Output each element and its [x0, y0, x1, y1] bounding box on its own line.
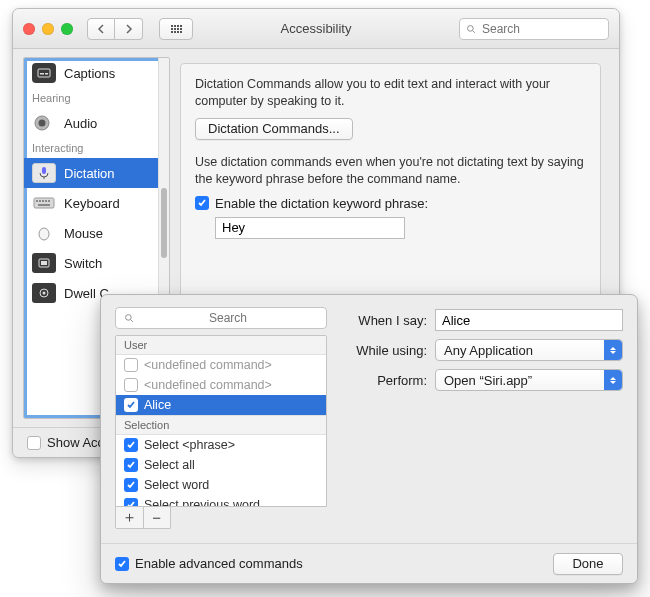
keyboard-icon — [32, 193, 56, 213]
add-remove-buttons: ＋ − — [115, 507, 171, 529]
dwell-icon — [32, 283, 56, 303]
close-icon[interactable] — [23, 23, 35, 35]
list-item[interactable]: <undefined command> — [116, 355, 326, 375]
zoom-icon[interactable] — [61, 23, 73, 35]
when-i-say-input[interactable] — [435, 309, 623, 331]
svg-rect-4 — [45, 73, 48, 75]
row-label: <undefined command> — [144, 358, 272, 372]
svg-rect-13 — [48, 200, 50, 202]
svg-rect-8 — [34, 198, 54, 208]
forward-button[interactable] — [115, 18, 143, 40]
svg-point-20 — [126, 315, 132, 321]
row-checkbox[interactable] — [124, 378, 138, 392]
svg-rect-9 — [36, 200, 38, 202]
list-item[interactable]: Select all — [116, 455, 326, 475]
sidebar-item-label: Mouse — [64, 226, 103, 241]
svg-rect-14 — [38, 204, 50, 206]
row-checkbox[interactable] — [124, 458, 138, 472]
show-all-button[interactable] — [159, 18, 193, 40]
switch-icon — [32, 253, 56, 273]
keyword-desc: Use dictation commands even when you're … — [195, 154, 586, 188]
done-button[interactable]: Done — [553, 553, 623, 575]
while-using-select[interactable]: Any Application — [435, 339, 623, 361]
stepper-icon — [604, 340, 622, 360]
list-item-selected[interactable]: Alice — [116, 395, 326, 415]
svg-rect-17 — [41, 261, 47, 265]
dialog-search[interactable] — [115, 307, 327, 329]
enable-keyword-checkbox[interactable] — [195, 196, 209, 210]
row-label: Select word — [144, 478, 209, 492]
search-icon — [124, 313, 134, 323]
svg-rect-10 — [39, 200, 41, 202]
captions-icon — [32, 63, 56, 83]
list-item[interactable]: Select previous word — [116, 495, 326, 507]
row-checkbox[interactable] — [124, 438, 138, 452]
perform-select[interactable]: Open “Siri.app” — [435, 369, 623, 391]
perform-value: Open “Siri.app” — [444, 373, 532, 388]
row-checkbox[interactable] — [124, 358, 138, 372]
dictation-commands-button[interactable]: Dictation Commands... — [195, 118, 353, 140]
row-checkbox[interactable] — [124, 398, 138, 412]
toolbar-search-input[interactable] — [480, 21, 602, 37]
scrollbar-thumb[interactable] — [161, 188, 167, 258]
svg-rect-11 — [42, 200, 44, 202]
list-header-user: User — [116, 336, 326, 355]
chevron-left-icon — [97, 24, 105, 34]
mouse-icon — [32, 223, 56, 243]
dialog-search-input[interactable] — [138, 310, 318, 326]
sidebar-item-captions[interactable]: Captions — [24, 58, 169, 88]
show-accessibility-checkbox[interactable] — [27, 436, 41, 450]
sidebar-item-label: Switch — [64, 256, 102, 271]
row-label: Select all — [144, 458, 195, 472]
check-icon — [126, 500, 136, 507]
svg-line-1 — [473, 30, 475, 32]
toolbar-search[interactable] — [459, 18, 609, 40]
sidebar-item-dictation[interactable]: Dictation — [24, 158, 169, 188]
svg-point-15 — [39, 228, 49, 240]
sidebar-item-label: Audio — [64, 116, 97, 131]
search-icon — [466, 24, 476, 34]
list-item[interactable]: Select <phrase> — [116, 435, 326, 455]
minimize-icon[interactable] — [42, 23, 54, 35]
svg-point-0 — [468, 25, 474, 31]
when-i-say-label: When I say: — [345, 313, 427, 328]
add-button[interactable]: ＋ — [116, 507, 144, 528]
window-controls — [23, 23, 73, 35]
svg-rect-7 — [42, 167, 46, 174]
keyword-phrase-input[interactable] — [215, 217, 405, 239]
sidebar-item-keyboard[interactable]: Keyboard — [24, 188, 169, 218]
row-label: Select <phrase> — [144, 438, 235, 452]
row-label: Select previous word — [144, 498, 260, 507]
svg-point-6 — [39, 120, 46, 127]
remove-button[interactable]: − — [144, 507, 171, 528]
dictation-commands-dialog: User <undefined command> <undefined comm… — [100, 294, 638, 584]
list-header-selection: Selection — [116, 415, 326, 435]
commands-list[interactable]: User <undefined command> <undefined comm… — [115, 335, 327, 507]
check-icon — [126, 400, 136, 410]
row-checkbox[interactable] — [124, 478, 138, 492]
svg-rect-3 — [40, 73, 44, 75]
svg-rect-12 — [45, 200, 47, 202]
sidebar-item-switch[interactable]: Switch — [24, 248, 169, 278]
intro-text: Dictation Commands allow you to edit tex… — [195, 76, 586, 110]
svg-line-21 — [131, 320, 133, 322]
enable-advanced-checkbox[interactable] — [115, 557, 129, 571]
enable-keyword-label: Enable the dictation keyword phrase: — [215, 196, 428, 211]
sidebar-item-label: Dictation — [64, 166, 115, 181]
sidebar-item-audio[interactable]: Audio — [24, 108, 169, 138]
row-checkbox[interactable] — [124, 498, 138, 507]
perform-label: Perform: — [345, 373, 427, 388]
while-using-label: While using: — [345, 343, 427, 358]
sidebar-group-interacting: Interacting — [24, 138, 169, 158]
while-using-value: Any Application — [444, 343, 533, 358]
list-item[interactable]: Select word — [116, 475, 326, 495]
dialog-footer: Enable advanced commands Done — [101, 543, 637, 583]
svg-point-19 — [43, 292, 46, 295]
list-item[interactable]: <undefined command> — [116, 375, 326, 395]
titlebar: Accessibility — [13, 9, 619, 49]
nav-back-forward — [87, 18, 143, 40]
back-button[interactable] — [87, 18, 115, 40]
row-label: Alice — [144, 398, 171, 412]
sidebar-item-mouse[interactable]: Mouse — [24, 218, 169, 248]
grid-icon — [171, 25, 182, 33]
